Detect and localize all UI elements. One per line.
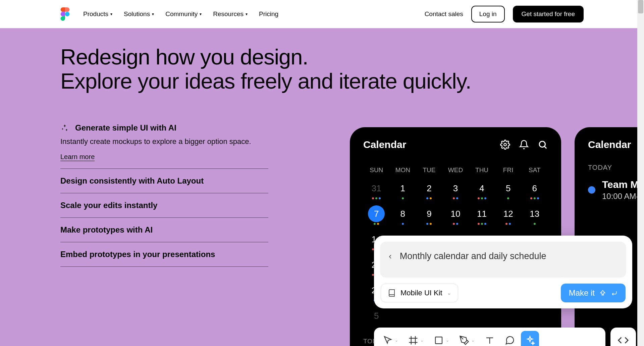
cal-day[interactable]: 3	[442, 180, 469, 199]
scrollbar[interactable]	[637, 0, 644, 346]
phone-title: Calendar	[588, 139, 631, 150]
header-left: Products▾ Solutions▾ Community▾ Resource…	[60, 7, 278, 21]
svg-rect-2	[435, 337, 442, 344]
cal-day[interactable]: 1	[390, 180, 416, 199]
cal-day[interactable]: 11	[469, 205, 495, 225]
headline: Redesign how you design. Explore your id…	[60, 45, 644, 93]
today-label: TODAY	[588, 164, 644, 171]
cal-day[interactable]: 31	[363, 180, 390, 199]
dow: WED	[442, 166, 469, 174]
dow: SAT	[521, 166, 548, 174]
nav-pricing[interactable]: Pricing	[259, 10, 278, 18]
event-row[interactable]: Team Me 10:00 AM-	[588, 179, 644, 201]
enter-icon	[611, 290, 618, 296]
cal-day[interactable]: 9	[416, 205, 442, 225]
chevron-down-icon: ⌄	[446, 338, 449, 343]
feature-title: Make prototypes with AI	[60, 225, 153, 234]
learn-more-link[interactable]: Learn more	[60, 153, 95, 161]
svg-point-1	[539, 141, 545, 147]
chevron-down-icon: ▾	[246, 12, 248, 16]
cal-day[interactable]: 13	[521, 205, 548, 225]
dow-row: SUN MON TUE WED THU FRI SAT	[363, 166, 548, 174]
make-it-button[interactable]: Make it	[561, 284, 626, 302]
make-it-label: Make it	[569, 288, 595, 298]
cal-day[interactable]: 4	[469, 180, 495, 199]
library-selector[interactable]: Mobile UI Kit ⌄	[381, 284, 458, 302]
ai-prompt-panel: ‹ Monthly calendar and daily schedule Mo…	[374, 236, 632, 308]
cal-day-selected[interactable]: 7	[363, 205, 390, 225]
phone-title: Calendar	[363, 139, 406, 150]
nav-solutions[interactable]: Solutions▾	[124, 10, 154, 18]
feature-auto-layout[interactable]: Design consistently with Auto Layout	[60, 169, 268, 193]
get-started-button[interactable]: Get started for free	[513, 6, 584, 22]
search-icon[interactable]	[538, 140, 548, 150]
feature-ai-ui[interactable]: Generate simple UI with AI Instantly cre…	[60, 123, 268, 169]
feature-embed-prototypes[interactable]: Embed prototypes in your presentations	[60, 242, 268, 267]
figma-logo[interactable]	[60, 7, 70, 21]
cal-day[interactable]: 6	[521, 180, 548, 199]
tool-shape[interactable]: ⌄	[430, 331, 453, 346]
nav-community[interactable]: Community▾	[165, 10, 202, 18]
ai-prompt-text: Monthly calendar and daily schedule	[400, 251, 546, 261]
nav-resources[interactable]: Resources▾	[213, 10, 248, 18]
feature-title: Generate simple UI with AI	[75, 123, 176, 133]
feature-scale-edits[interactable]: Scale your edits instantly	[60, 193, 268, 218]
tool-text[interactable]	[481, 331, 499, 346]
primary-nav: Products▾ Solutions▾ Community▾ Resource…	[83, 10, 278, 18]
feature-title: Embed prototypes in your presentations	[60, 250, 215, 259]
cal-day[interactable]: 5	[495, 180, 522, 199]
feature-prototypes-ai[interactable]: Make prototypes with AI	[60, 218, 268, 242]
nav-products[interactable]: Products▾	[83, 10, 112, 18]
ai-input[interactable]: ‹ Monthly calendar and daily schedule	[380, 242, 626, 278]
contact-sales-link[interactable]: Contact sales	[425, 10, 463, 18]
feature-desc: Instantly create mockups to explore a bi…	[60, 137, 268, 147]
cal-day[interactable]: 2	[416, 180, 442, 199]
dow: FRI	[495, 166, 522, 174]
feature-title: Design consistently with Auto Layout	[60, 176, 204, 185]
dow: TUE	[416, 166, 442, 174]
chevron-down-icon: ▾	[152, 12, 154, 16]
chevron-down-icon: ⌄	[471, 338, 475, 343]
shift-icon	[599, 290, 606, 296]
library-label: Mobile UI Kit	[400, 289, 442, 297]
design-toolbar: ⌄ ⌄ ⌄ ⌄	[374, 328, 605, 346]
book-icon	[388, 289, 396, 297]
dow: THU	[469, 166, 495, 174]
tool-frame[interactable]: ⌄	[404, 331, 428, 346]
cal-day[interactable]: 5	[363, 307, 390, 324]
feature-title: Scale your edits instantly	[60, 201, 157, 210]
back-icon[interactable]: ‹	[389, 251, 392, 261]
dow: MON	[390, 166, 416, 174]
svg-point-0	[504, 143, 506, 146]
chevron-down-icon: ▾	[200, 12, 202, 16]
sparkle-icon	[60, 123, 69, 132]
tool-comment[interactable]	[501, 331, 519, 346]
headline-line1: Redesign how you design.	[60, 45, 308, 69]
chevron-down-icon: ⌄	[420, 338, 424, 343]
bell-icon[interactable]	[519, 140, 529, 150]
site-header: Products▾ Solutions▾ Community▾ Resource…	[0, 0, 644, 28]
tool-code[interactable]	[610, 328, 636, 346]
login-button[interactable]: Log in	[471, 6, 505, 22]
scroll-thumb[interactable]	[638, 0, 643, 13]
cal-day[interactable]: 8	[390, 205, 416, 225]
cal-day[interactable]: 12	[495, 205, 522, 225]
hero-section: Redesign how you design. Explore your id…	[0, 28, 644, 346]
gear-icon[interactable]	[500, 140, 510, 150]
nav-label: Resources	[213, 10, 244, 18]
cal-day[interactable]: 10	[442, 205, 469, 225]
chevron-down-icon: ⌄	[447, 290, 451, 296]
phone-header-icons	[500, 140, 548, 150]
tool-pen[interactable]: ⌄	[455, 331, 479, 346]
nav-label: Pricing	[259, 10, 278, 18]
event-dot-icon	[588, 186, 595, 194]
tool-ai[interactable]	[521, 331, 539, 346]
dow: SUN	[363, 166, 390, 174]
chevron-down-icon: ▾	[110, 12, 112, 16]
chevron-down-icon: ⌄	[395, 338, 398, 343]
nav-label: Solutions	[124, 10, 150, 18]
nav-label: Products	[83, 10, 108, 18]
header-right: Contact sales Log in Get started for fre…	[425, 6, 584, 22]
tool-move[interactable]: ⌄	[379, 331, 402, 346]
feature-list: Generate simple UI with AI Instantly cre…	[60, 123, 268, 267]
